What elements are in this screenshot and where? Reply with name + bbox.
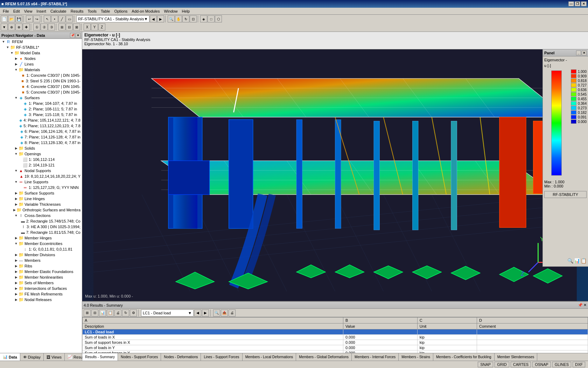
nodes-toggle[interactable]: ▶ bbox=[14, 56, 18, 61]
tree-modeldata[interactable]: ▼ 📁 Model Data bbox=[0, 50, 82, 56]
tree-line-hinges[interactable]: ▶ 📁 Line Hinges bbox=[0, 196, 82, 202]
tree-openings[interactable]: ▼ 📁 Openings bbox=[0, 151, 82, 157]
menu-item-edit[interactable]: Edit bbox=[11, 9, 22, 14]
tree-surf4[interactable]: ◈ 4: Plane; 105,114,122,121; 4; 7.8 bbox=[0, 117, 82, 123]
tree-materials[interactable]: ▼ 📁 Materials bbox=[0, 67, 82, 73]
modeldata-toggle[interactable]: ▼ bbox=[10, 51, 14, 55]
lines-toggle[interactable]: ▶ bbox=[14, 62, 18, 66]
prev-btn[interactable]: ◀ bbox=[150, 15, 157, 22]
tree-cs7[interactable]: ▬ 7: Rectangle 11.811/15.748; Co bbox=[0, 230, 82, 235]
mef-toggle[interactable]: ▶ bbox=[14, 270, 18, 274]
iso-btn[interactable]: ⬡ bbox=[215, 15, 222, 22]
line-btn[interactable]: ╱ bbox=[58, 15, 65, 22]
t2-btn9[interactable]: ⊟ bbox=[66, 23, 73, 30]
t2-btn2[interactable]: ⊕ bbox=[8, 23, 15, 30]
rotate-btn[interactable]: ↻ bbox=[182, 15, 189, 22]
res-print-btn[interactable]: 🖨 bbox=[229, 309, 236, 316]
tree-mat5[interactable]: ■ 5: Concrete C30/37 | DIN 1045- bbox=[0, 89, 82, 95]
node-btn[interactable]: • bbox=[51, 15, 58, 22]
next-btn[interactable]: ▶ bbox=[157, 15, 164, 22]
results-tab-1[interactable]: Nodes - Support Forces bbox=[118, 353, 161, 361]
render-btn[interactable]: ◈ bbox=[200, 15, 207, 22]
res-btn2[interactable]: ⊟ bbox=[91, 309, 98, 316]
t2-btn10[interactable]: ⊠ bbox=[73, 23, 80, 30]
res-btn6[interactable]: ↻ bbox=[122, 309, 129, 316]
tree-member-nonlinear[interactable]: ▶ 📁 Member Nonlinearities bbox=[0, 274, 82, 280]
tree-nodal-releases[interactable]: ▶ 📁 Nodal Releases bbox=[0, 297, 82, 302]
tree-cross-sections[interactable]: ▼ I Cross-Sections bbox=[0, 213, 82, 218]
table-row[interactable]: Sum of loads in Y0.000kip bbox=[83, 345, 588, 350]
menu-item-view[interactable]: View bbox=[22, 9, 35, 14]
tree-open1[interactable]: ⬜ 1: 106,112-114 bbox=[0, 157, 82, 162]
results-close-btn[interactable]: ✕ bbox=[583, 303, 587, 307]
menu-item-help[interactable]: Help bbox=[180, 9, 192, 14]
openings-toggle[interactable]: ▼ bbox=[14, 152, 18, 156]
tree-nodes[interactable]: ▶ ● Nodes bbox=[0, 56, 82, 61]
menu-item-calculate[interactable]: Calculate bbox=[48, 9, 69, 14]
panel-minimize-btn[interactable]: _ bbox=[576, 50, 581, 55]
ls-toggle[interactable]: ▼ bbox=[14, 180, 18, 184]
tree-surf3[interactable]: ◈ 3: Plane; 115-118; 5; 7.87 in bbox=[0, 112, 82, 117]
panel-icon3[interactable]: 📋 bbox=[581, 258, 587, 264]
res-prev-btn[interactable]: ◀ bbox=[194, 309, 201, 316]
rf-stability-btn[interactable]: RF-STABILITY bbox=[544, 191, 587, 198]
tree-member-hinges[interactable]: ▶ 📁 Member Hinges bbox=[0, 235, 82, 241]
tree-fe-mesh[interactable]: ▶ 📁 FE Mesh Refinements bbox=[0, 291, 82, 297]
menu-item-add-on modules[interactable]: Add-on Modules bbox=[130, 9, 162, 14]
res-btn3[interactable]: 📊 bbox=[99, 309, 106, 316]
lh-toggle[interactable]: ▶ bbox=[14, 197, 18, 201]
status-btn-glines[interactable]: GLINES bbox=[552, 362, 571, 367]
tree-members[interactable]: ▶ — Members bbox=[0, 258, 82, 263]
panel-icon2[interactable]: 📊 bbox=[574, 258, 580, 264]
tree-surf6[interactable]: ◈ 6: Plane; 106,124-126; 4; 7.87 in bbox=[0, 129, 82, 134]
zoom-btn[interactable]: 🔍 bbox=[168, 15, 175, 22]
tree-cs2[interactable]: ▬ 2: Rectangle 15.748/15.748; Co bbox=[0, 218, 82, 224]
tree-sets-members[interactable]: ▶ 📁 Sets of Members bbox=[0, 280, 82, 286]
res-next-btn[interactable]: ▶ bbox=[202, 309, 209, 316]
nav-pin-btn[interactable]: 📌 bbox=[70, 33, 75, 38]
menu-item-results[interactable]: Results bbox=[69, 9, 86, 14]
tree-surf2[interactable]: ◈ 2: Plane; 108-111; 5; 7.87 in bbox=[0, 106, 82, 112]
pan-btn[interactable]: ✋ bbox=[175, 15, 182, 22]
results-tab-4[interactable]: Members - Local Deformations bbox=[243, 353, 296, 361]
results-tab-5[interactable]: Members - Global Deformations bbox=[296, 353, 352, 361]
tree-surf8[interactable]: ◈ 8: Plane; 113,128-130; 4; 7.87 in bbox=[0, 140, 82, 145]
tree-member-eccentricities[interactable]: ▼ 📁 Member Eccentricities bbox=[0, 241, 82, 246]
md-toggle[interactable]: ▶ bbox=[14, 253, 18, 257]
save-btn[interactable]: 💾 bbox=[15, 15, 22, 22]
menu-item-tools[interactable]: Tools bbox=[85, 9, 99, 14]
wireframe-btn[interactable]: □ bbox=[208, 15, 215, 22]
nav-tab-views[interactable]: 🖼 Views bbox=[44, 353, 65, 361]
cs-toggle[interactable]: ▼ bbox=[14, 213, 18, 218]
tree-ns1[interactable]: ▲ 19: 8,10,12,14,16,18,20,22,24; Y bbox=[0, 173, 82, 179]
res-btn7[interactable]: ⚙ bbox=[130, 309, 137, 316]
tree-surfaces[interactable]: ▼ ◈ Surfaces bbox=[0, 95, 82, 101]
me-toggle[interactable]: ▼ bbox=[14, 241, 18, 246]
tree-ortho[interactable]: ▶ 📁 Orthotropic Surfaces and Membra bbox=[0, 207, 82, 213]
menu-item-insert[interactable]: Insert bbox=[34, 9, 48, 14]
table-row[interactable]: Sum of support forces in X0.000kip bbox=[83, 340, 588, 345]
results-tab-0[interactable]: Results - Summary bbox=[82, 353, 118, 361]
results-tab-7[interactable]: Members - Strains bbox=[399, 353, 433, 361]
tree-member-divisions[interactable]: ▶ 📁 Member Divisions bbox=[0, 252, 82, 258]
res-btn1[interactable]: ⊞ bbox=[84, 309, 91, 316]
t2-btn8[interactable]: ⊞ bbox=[58, 23, 65, 30]
tree-surf1[interactable]: ◈ 1: Plane; 104-107; 4; 7.87 in bbox=[0, 101, 82, 106]
surface-btn[interactable]: ▭ bbox=[66, 15, 73, 22]
tree-mat4[interactable]: ■ 4: Concrete C30/37 | DIN 1045- bbox=[0, 84, 82, 89]
res-btn5[interactable]: 🖨 bbox=[114, 309, 121, 316]
tree-ls1[interactable]: ═ 1: 125,127,129; G; YYY NNN bbox=[0, 185, 82, 190]
table-row[interactable]: LC1 - Dead load bbox=[83, 329, 588, 335]
panel-icon1[interactable]: 🔍 bbox=[567, 258, 573, 264]
members-toggle[interactable]: ▶ bbox=[14, 258, 18, 263]
analysis-dropdown[interactable]: RF-STABILITY CA1 - Stability Analysis ▼ bbox=[76, 15, 149, 22]
solids-toggle[interactable]: ▶ bbox=[14, 146, 18, 150]
menu-item-file[interactable]: File bbox=[1, 9, 11, 14]
table-row[interactable]: Sum of support forces in Y0.000kip bbox=[83, 350, 588, 353]
open-btn[interactable]: 📂 bbox=[8, 15, 15, 22]
results-tab-3[interactable]: Lines - Support Forces bbox=[201, 353, 242, 361]
tree-root[interactable]: ▼ R RFEM bbox=[0, 39, 82, 45]
fem-toggle[interactable]: ▶ bbox=[14, 292, 18, 296]
tree-me1[interactable]: ↕ 1: G; 0,0,11.81; 0,0,11.81 bbox=[0, 246, 82, 252]
ortho-toggle[interactable]: ▶ bbox=[13, 208, 16, 212]
